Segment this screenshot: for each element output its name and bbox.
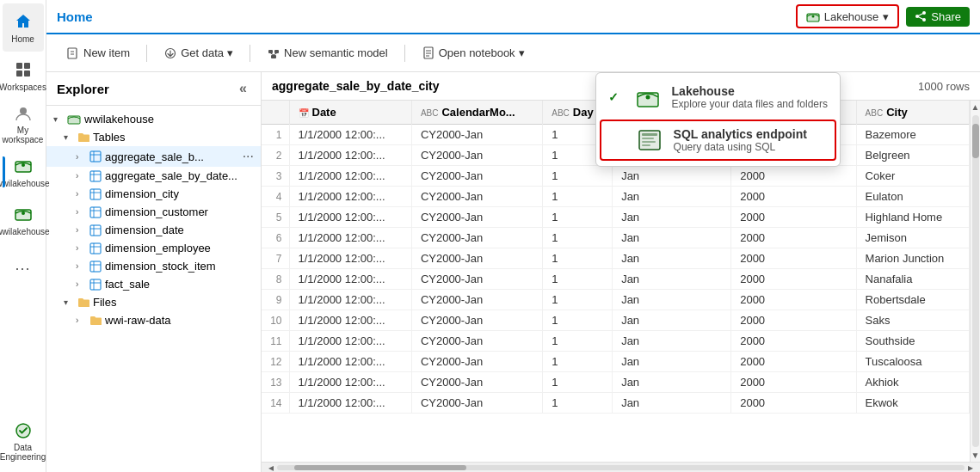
sidebar-item-wwilakehouse1[interactable]: wwilakehouse bbox=[3, 148, 44, 196]
city-cell: Eulaton bbox=[856, 187, 969, 207]
h-scroll-thumb[interactable] bbox=[294, 465, 466, 470]
city-cell: Ekwok bbox=[856, 393, 969, 414]
lakehouse-chevron: ▾ bbox=[883, 10, 889, 23]
lakehouse-dropdown: ✓ Lakehouse Explore your data files and … bbox=[595, 72, 841, 167]
scroll-left-arrow[interactable]: ◂ bbox=[265, 462, 277, 473]
svg-rect-68 bbox=[642, 144, 650, 146]
sql-endpoint-icon bbox=[636, 126, 663, 154]
h-scroll-track[interactable] bbox=[277, 465, 965, 470]
get-data-button[interactable]: Get data ▾ bbox=[154, 41, 243, 65]
table-icon-3 bbox=[89, 206, 102, 218]
sidebar: Home Workspaces Myworkspace wwilakehouse… bbox=[0, 0, 46, 472]
open-notebook-label: Open notebook bbox=[439, 46, 515, 59]
cal-cell: CY2000-Jan bbox=[411, 125, 542, 145]
data-area: aggregate_sale_by_date_city 1000 rows 📅D… bbox=[262, 72, 980, 472]
open-notebook-button[interactable]: Open notebook ▾ bbox=[412, 41, 534, 65]
vertical-scrollbar[interactable]: ▲ ▼ bbox=[970, 101, 980, 462]
sidebar-item-more[interactable]: ··· bbox=[3, 244, 44, 292]
table-icon-5 bbox=[89, 242, 102, 254]
svg-point-15 bbox=[811, 15, 814, 18]
day-cell: 1 bbox=[543, 187, 613, 207]
dropdown-item-lakehouse[interactable]: ✓ Lakehouse Explore your data files and … bbox=[596, 77, 840, 118]
table-row: 14 1/1/2000 12:00:... CY2000-Jan 1 Jan 2… bbox=[262, 393, 970, 414]
scroll-up-arrow[interactable]: ▲ bbox=[970, 101, 980, 113]
dropdown-sql-title: SQL analytics endpoint bbox=[674, 127, 807, 141]
tree-item-tables[interactable]: ▾ Tables bbox=[46, 128, 261, 146]
short-cell: Jan bbox=[613, 187, 731, 207]
svg-rect-66 bbox=[642, 138, 654, 139]
tree-item-dimension-employee[interactable]: › dimension_employee bbox=[46, 239, 261, 257]
cal-cell: CY2000-Jan bbox=[411, 207, 542, 228]
day-cell: 1 bbox=[543, 248, 613, 269]
city-cell: Coker bbox=[856, 166, 969, 187]
day-cell: 1 bbox=[543, 372, 613, 393]
row-num-cell: 2 bbox=[262, 145, 289, 166]
wwilakehouse1-icon bbox=[13, 156, 34, 176]
scroll-right-arrow[interactable]: ▸ bbox=[965, 462, 977, 473]
workspaces-icon bbox=[13, 59, 34, 80]
tree-item-wwi-raw-data[interactable]: › wwi-raw-data bbox=[46, 311, 261, 329]
table-icon-1 bbox=[89, 170, 102, 182]
tree-item-aggregate-sale-by-date[interactable]: › aggregate_sale_by_date... bbox=[46, 167, 261, 185]
tree-item-wwilakehouse[interactable]: ▾ wwilakehouse bbox=[46, 109, 261, 128]
svg-point-4 bbox=[20, 107, 27, 114]
col-header-city: ABCCity bbox=[856, 101, 969, 125]
home-icon bbox=[13, 11, 34, 32]
dropdown-item-sql[interactable]: ✓ SQL analytics endpoint Query data usin… bbox=[600, 120, 836, 161]
table-row: 10 1/1/2000 12:00:... CY2000-Jan 1 Jan 2… bbox=[262, 310, 970, 331]
cal-cell: CY2000-Jan bbox=[411, 331, 542, 352]
day-cell: 1 bbox=[543, 207, 613, 228]
tree-item-files[interactable]: ▾ Files bbox=[46, 293, 261, 311]
row-num-cell: 6 bbox=[262, 228, 289, 248]
short-cell: Jan bbox=[613, 310, 731, 331]
horizontal-scrollbar[interactable]: ◂ ▸ bbox=[262, 462, 980, 472]
short-cell: Jan bbox=[613, 248, 731, 269]
tree-label-3: dimension_customer bbox=[105, 205, 208, 218]
data-table-name: aggregate_sale_by_date_city bbox=[272, 79, 440, 93]
new-item-button[interactable]: New item bbox=[57, 41, 139, 65]
city-cell: Marion Junction bbox=[856, 248, 969, 269]
year-cell: 2000 bbox=[731, 310, 856, 331]
tree-item-dimension-stock-item[interactable]: › dimension_stock_item bbox=[46, 257, 261, 275]
content-area: Explorer « ▾ wwilakehouse ▾ Tables bbox=[46, 72, 980, 472]
city-cell: Belgreen bbox=[856, 145, 969, 166]
sidebar-item-home[interactable]: Home bbox=[3, 3, 44, 52]
svg-line-20 bbox=[917, 16, 924, 20]
date-cell: 1/1/2000 12:00:... bbox=[289, 269, 411, 290]
tree-item-aggregate-sale-b[interactable]: › aggregate_sale_b... ··· bbox=[46, 146, 261, 167]
sidebar-item-my-workspace[interactable]: Myworkspace bbox=[3, 100, 44, 148]
cal-cell: CY2000-Jan bbox=[411, 228, 542, 248]
table-icon bbox=[89, 150, 102, 162]
city-cell: Akhiok bbox=[856, 372, 969, 393]
share-label: Share bbox=[931, 10, 961, 23]
more-button-0[interactable]: ··· bbox=[243, 149, 254, 164]
sidebar-item-workspaces[interactable]: Workspaces bbox=[3, 52, 44, 100]
svg-rect-27 bbox=[271, 55, 276, 58]
city-cell: Jemison bbox=[856, 228, 969, 248]
sidebar-item-wwilakehouse2[interactable]: wwilakehouse bbox=[3, 196, 44, 244]
scroll-down-arrow[interactable]: ▼ bbox=[970, 449, 980, 462]
new-semantic-model-button[interactable]: New semantic model bbox=[257, 41, 398, 65]
table-icon-4 bbox=[89, 224, 102, 236]
dropdown-lakehouse-text: Lakehouse Explore your data files and fo… bbox=[672, 84, 828, 110]
short-cell: Jan bbox=[613, 290, 731, 310]
share-button[interactable]: Share bbox=[906, 7, 970, 27]
table-row: 5 1/1/2000 12:00:... CY2000-Jan 1 Jan 20… bbox=[262, 207, 970, 228]
scroll-thumb[interactable] bbox=[972, 124, 979, 158]
tree-item-dimension-customer[interactable]: › dimension_customer bbox=[46, 203, 261, 221]
date-cell: 1/1/2000 12:00:... bbox=[289, 372, 411, 393]
dropdown-sql-desc: Query data using SQL bbox=[674, 141, 807, 153]
table-body: 1 1/1/2000 12:00:... CY2000-Jan 1 Jan 20… bbox=[262, 125, 970, 414]
lakehouse-button[interactable]: Lakehouse ▾ bbox=[796, 4, 900, 28]
sidebar-item-wwilakehouse1-label: wwilakehouse bbox=[0, 179, 50, 188]
folder-icon-files bbox=[77, 297, 89, 309]
tree-item-fact-sale[interactable]: › fact_sale bbox=[46, 275, 261, 293]
short-cell: Jan bbox=[613, 352, 731, 372]
explorer-collapse-button[interactable]: « bbox=[236, 79, 250, 98]
tree-item-dimension-city[interactable]: › dimension_city bbox=[46, 185, 261, 203]
sidebar-item-data-engineering[interactable]: DataEngineering bbox=[3, 417, 44, 465]
svg-rect-1 bbox=[24, 63, 30, 69]
tree-item-dimension-date[interactable]: › dimension_date bbox=[46, 221, 261, 239]
scroll-track[interactable] bbox=[972, 115, 979, 447]
city-cell: Nanafalia bbox=[856, 269, 969, 290]
